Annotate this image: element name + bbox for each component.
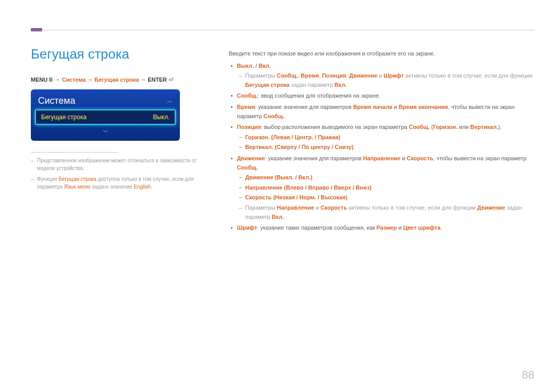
t: Вниз — [356, 184, 369, 191]
t: Вкл. — [272, 214, 284, 220]
opt-off-on: Выкл. / Вкл. Параметры Сообщ., Время, По… — [229, 62, 534, 90]
menu-label: MENU — [31, 77, 47, 83]
t: Движение — [349, 72, 377, 79]
chevron-up-icon[interactable]: ︿ — [167, 97, 173, 105]
t: Движение — [477, 204, 506, 211]
t: Влево — [286, 184, 303, 191]
t: , чтобы вывести на экран параметр — [433, 155, 526, 161]
t: и — [393, 104, 399, 110]
chevron-down-icon[interactable]: ﹀ — [34, 127, 177, 136]
t: Вверх — [334, 184, 351, 191]
osd-title-text: Система — [38, 96, 76, 106]
t: ) — [339, 134, 341, 140]
page-content: Бегущая строка MENU Ⅲ → Система → Бегуща… — [31, 46, 534, 235]
opt-position: Позиция: выбор расположения выводимого н… — [229, 123, 534, 152]
t: Время — [237, 104, 255, 110]
osd-header: Система ︿ — [34, 92, 177, 108]
t: ( — [430, 124, 433, 130]
t: ) — [310, 174, 312, 180]
t: Вкл. — [258, 63, 271, 69]
sub-speed: Скорость (Низкая / Норм. / Высокая) — [237, 193, 534, 202]
t: Вертикал. — [470, 124, 498, 130]
menu-icon: Ⅲ — [49, 77, 53, 83]
t: Бегущая строка — [245, 82, 289, 88]
t: Функция — [37, 176, 59, 182]
enter-label: ENTER — [147, 77, 166, 83]
t: Параметры — [245, 204, 277, 211]
osd-panel: Система ︿ Бегущая строка Выкл. ﹀ — [31, 89, 180, 141]
sub-direction: Направление (Влево / Вправо / Вверх / Вн… — [237, 183, 534, 193]
option-list: Выкл. / Вкл. Параметры Сообщ., Время, По… — [229, 62, 534, 233]
t: активны только в том случае, если для фу… — [347, 204, 477, 211]
t: Позиция — [237, 124, 261, 130]
t: / — [254, 63, 258, 69]
t: Сообщ. — [409, 124, 430, 130]
t: Сверху — [276, 144, 297, 150]
t: : указание значения для параметров — [255, 104, 353, 110]
t: / — [295, 194, 300, 200]
t: . — [151, 184, 152, 190]
t: / — [351, 184, 356, 191]
t: и — [400, 155, 406, 161]
t: / — [304, 184, 308, 191]
t: задано значение — [90, 184, 134, 190]
opt-time: Время: указание значения для параметров … — [229, 103, 534, 121]
t: и — [377, 72, 383, 79]
t: Шрифт — [237, 225, 257, 231]
t: Бегущая строка — [59, 176, 97, 182]
page-number: 88 — [522, 368, 534, 382]
t: Параметры — [245, 72, 277, 79]
t: Направление — [363, 155, 401, 161]
t: : ввод сообщения для отображения на экра… — [258, 92, 381, 99]
t: или — [457, 124, 470, 130]
header-rule — [31, 30, 534, 30]
t: Низкая — [275, 194, 294, 200]
t: Выкл. — [276, 174, 293, 180]
page-title: Бегущая строка — [31, 46, 203, 62]
t: Скорость — [245, 194, 272, 200]
t: Вкл. — [299, 174, 311, 180]
sub-motion-note: Параметры Направление и Скорость активны… — [237, 203, 534, 221]
breadcrumb: MENU Ⅲ → Система → Бегущая строка → ENTE… — [31, 77, 203, 83]
left-column: Бегущая строка MENU Ⅲ → Система → Бегуща… — [31, 46, 203, 235]
note-availability: Функция Бегущая строка доступна только в… — [31, 175, 203, 191]
t: Движение — [245, 174, 273, 180]
t: Норм. — [300, 194, 316, 200]
arrow: → — [87, 77, 93, 83]
t: По центру — [302, 144, 330, 150]
t: Снизу — [335, 144, 351, 150]
sub-motion-toggle: Движение (Выкл. / Вкл.) — [237, 173, 534, 182]
t: Размер — [377, 225, 397, 231]
t: Шрифт — [383, 72, 403, 79]
t: Язык меню — [64, 184, 91, 190]
t: Направление — [277, 204, 314, 211]
t: Выкл. — [237, 63, 254, 69]
t: Высокая — [321, 194, 345, 200]
t: / — [313, 134, 318, 140]
t: English — [134, 184, 151, 190]
right-column: Введите текст при показе видео или изобр… — [229, 46, 534, 235]
t: Вправо — [308, 184, 329, 191]
t: Левая — [273, 134, 290, 140]
t: Сообщ. — [237, 92, 258, 99]
osd-selected-row[interactable]: Бегущая строка Выкл. — [35, 109, 176, 125]
t: Центр. — [294, 134, 313, 140]
t: и — [314, 204, 320, 211]
t: Скорость — [321, 204, 347, 211]
t: : указание значения для параметров — [265, 155, 363, 161]
t: Направление — [245, 184, 283, 191]
t: Движение — [237, 155, 265, 161]
opt-message: Сообщ.: ввод сообщения для отображения н… — [229, 91, 534, 101]
intro-text: Введите текст при показе видео или изобр… — [229, 49, 534, 59]
osd-row-label: Бегущая строка — [41, 114, 86, 121]
t: Сообщ. — [237, 164, 258, 171]
t: . — [440, 225, 442, 231]
t: Горизон. — [433, 124, 458, 130]
t: ) — [346, 194, 348, 200]
arrow: → — [55, 77, 61, 83]
osd-row-value: Выкл. — [153, 114, 170, 121]
t: Вкл. — [335, 82, 347, 88]
t: активны только в том случае, если для фу… — [404, 72, 532, 79]
t: : указание таких параметров сообщения, к… — [257, 225, 376, 231]
t: Позиция — [322, 72, 346, 79]
